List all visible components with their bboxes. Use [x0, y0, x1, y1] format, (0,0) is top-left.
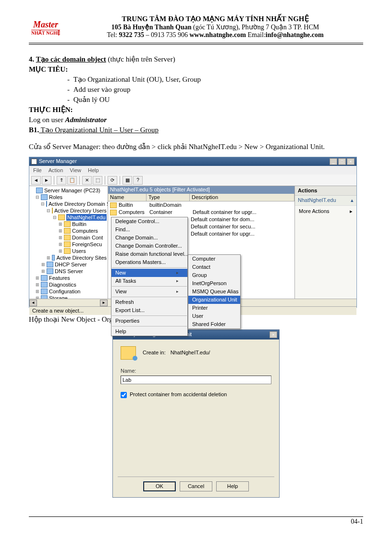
col-type[interactable]: Type	[147, 194, 190, 201]
new-contact[interactable]: Contact	[188, 263, 240, 271]
dhcp-icon	[47, 262, 53, 267]
menu-change-dc[interactable]: Change Domain Controller...	[111, 242, 187, 250]
actions-header: Actions	[295, 186, 356, 196]
tree-features[interactable]: Features	[49, 275, 70, 281]
col-name[interactable]: Name	[108, 194, 147, 201]
menu-op-masters[interactable]: Operations Masters...	[111, 258, 187, 266]
domain-icon	[58, 214, 65, 220]
maximize-button[interactable]: □	[338, 158, 346, 165]
logon-text: Log on user	[29, 116, 65, 124]
tel-2: – 0913 735 906	[144, 31, 190, 38]
tree-computers[interactable]: Computers	[72, 227, 98, 234]
tree-adsites[interactable]: Active Directory Sites	[56, 254, 107, 261]
actions-more[interactable]: More Actions▸	[295, 206, 356, 217]
folder-icon	[110, 202, 117, 208]
tree-adds[interactable]: Active Directory Domain Services	[49, 201, 108, 207]
tree-pane[interactable]: Server Manager (PC23) ⊟Roles ⊟Active Dir…	[29, 186, 108, 299]
tree-dhcp[interactable]: DHCP Server	[55, 261, 86, 268]
page-footer: 04-1	[29, 516, 363, 526]
toolbar-icon[interactable]: ▦	[122, 176, 132, 185]
menu-all-tasks[interactable]: All Tasks	[111, 277, 187, 285]
cell-desc: Default container for upgr...	[193, 209, 257, 216]
tree-storage[interactable]: Storage	[49, 295, 68, 299]
scroll-right-icon[interactable]: ►	[100, 300, 108, 306]
toolbar-icon[interactable]: 📋	[67, 176, 77, 185]
refresh-button[interactable]: ⟳	[108, 176, 117, 185]
dialog-close-button[interactable]: ×	[270, 331, 277, 338]
menu-properties[interactable]: Properties	[111, 317, 187, 325]
back-button[interactable]: ◄	[31, 176, 41, 185]
tree-root[interactable]: Server Manager (PC23)	[44, 187, 100, 194]
tree-config[interactable]: Configuration	[49, 288, 80, 295]
admin-user: Administrator	[65, 116, 107, 124]
titlebar[interactable]: Server Manager _ □ ×	[29, 157, 356, 166]
toolbar-icon[interactable]: ?	[133, 176, 143, 185]
cancel-button[interactable]: Cancel	[180, 481, 212, 491]
up-button[interactable]: ⇑	[57, 176, 66, 185]
tree-builtin[interactable]: Builtin	[72, 221, 86, 227]
tree-foreign[interactable]: ForeignSecu	[72, 241, 102, 248]
menu-view[interactable]: View	[111, 288, 187, 296]
protect-checkbox-row: Protect container from accidental deleti…	[121, 391, 271, 398]
menu-raise-level[interactable]: Raise domain functional level...	[111, 250, 187, 258]
new-ou-dialog: New Object - Organizational Unit × Creat…	[112, 329, 280, 498]
menu-export[interactable]: Export List...	[111, 306, 187, 314]
features-icon	[41, 275, 48, 281]
tree-diag[interactable]: Diagnostics	[49, 281, 76, 288]
new-user[interactable]: User	[188, 312, 240, 320]
scroll-left-icon[interactable]: ◄	[29, 300, 37, 306]
help-button[interactable]: Help	[216, 481, 249, 491]
sites-icon	[52, 255, 55, 261]
address-rest: (góc Tú Xương), Phường 7 Quận 3 TP. HCM	[191, 24, 319, 31]
menu-delegate[interactable]: Delegate Control...	[111, 217, 187, 226]
tel-1: 9322 735	[119, 31, 145, 38]
protect-checkbox[interactable]	[121, 392, 127, 398]
minimize-button[interactable]: _	[330, 158, 337, 165]
new-computer[interactable]: Computer	[188, 255, 240, 263]
toolbar-icon[interactable]: ⬚	[93, 176, 102, 185]
email: info@nhatnghe.com	[266, 31, 324, 38]
tree-aduac[interactable]: Active Directory Users and Co	[54, 207, 108, 214]
toolbar-icon[interactable]: ✕	[82, 176, 92, 185]
new-group[interactable]: Group	[188, 271, 240, 279]
tree-dns[interactable]: DNS Server	[55, 268, 83, 275]
folder-icon	[64, 235, 71, 240]
new-inetorgperson[interactable]: InetOrgPerson	[188, 279, 240, 288]
tree-domcont[interactable]: Domain Cont	[72, 234, 103, 241]
new-shared-folder[interactable]: Shared Folder	[188, 320, 240, 328]
new-msmq[interactable]: MSMQ Queue Alias	[188, 288, 240, 296]
ok-button[interactable]: OK	[143, 481, 176, 491]
col-desc[interactable]: Description	[190, 194, 294, 201]
menu-help[interactable]: Help	[111, 327, 187, 336]
menu-file[interactable]: File	[33, 167, 42, 174]
window-icon	[31, 159, 37, 164]
new-printer[interactable]: Printer	[188, 304, 240, 312]
tree-domain[interactable]: NhatNgheIT.edu	[66, 214, 107, 221]
list-row[interactable]: BuiltinbuiltinDomain	[108, 201, 294, 209]
menu-new[interactable]: New	[111, 269, 187, 277]
menu-help[interactable]: Help	[88, 167, 99, 174]
tree-roles[interactable]: Roles	[49, 194, 62, 201]
menu-change-domain[interactable]: Change Domain...	[111, 234, 187, 242]
name-input[interactable]	[121, 376, 271, 384]
list-row[interactable]: ComputersContainerDefault container for …	[108, 209, 294, 216]
logon-line: Log on user Administrator	[29, 115, 363, 125]
menu-view[interactable]: View	[70, 167, 81, 174]
forward-button[interactable]: ►	[42, 176, 51, 185]
actions-pane: Actions NhatNgheIT.edu▴ More Actions▸	[295, 186, 356, 299]
folder-icon	[110, 210, 117, 215]
cell-desc: Default container for secu...	[191, 223, 256, 230]
goal-item: Tạo Organizational Unit (OU), User, Grou…	[67, 75, 363, 85]
close-button[interactable]: ×	[347, 158, 355, 165]
section-num: 4.	[29, 55, 36, 63]
menu-action[interactable]: Action	[49, 167, 63, 174]
tree-users[interactable]: Users	[72, 248, 86, 254]
b1-line: B1. Tạo Organizational Unit – User – Gro…	[29, 125, 363, 135]
menu-find[interactable]: Find...	[111, 226, 187, 234]
instruction-1: Cửa sổ Server Manager: theo đường dẫn > …	[29, 142, 363, 152]
new-ou[interactable]: Organizational Unit	[188, 296, 240, 304]
folder-icon	[52, 208, 53, 213]
cell-desc: Default container for dom...	[191, 216, 255, 223]
menu-refresh[interactable]: Refresh	[111, 298, 187, 306]
logo: Master NHẤT NGHỆ	[29, 14, 62, 41]
